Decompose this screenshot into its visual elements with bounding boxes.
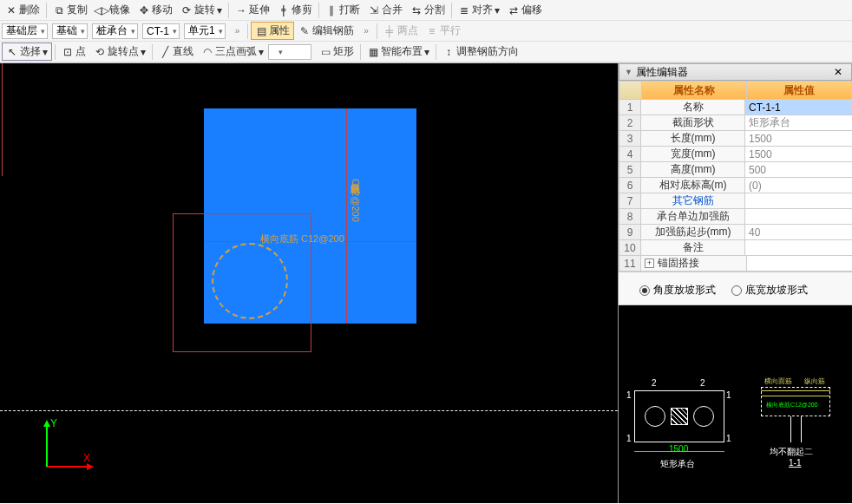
- rect-button[interactable]: ▭矩形: [316, 43, 357, 60]
- align-icon: ≣: [458, 4, 470, 16]
- pv-top-label1: 横向面筋: [764, 376, 792, 386]
- pilecap-dropdown[interactable]: 桩承台▾: [92, 23, 138, 39]
- prop-row[interactable]: 1名称CT-1-1: [619, 100, 852, 115]
- mirror-button[interactable]: ◁▷镜像: [92, 2, 134, 18]
- prop-row[interactable]: 9加强筋起步(mm)40: [619, 225, 852, 240]
- trim-button[interactable]: ǂ修剪: [274, 2, 316, 18]
- prop-row[interactable]: 2截面形状矩形承台: [619, 115, 852, 131]
- twopt-icon: ╪: [383, 25, 396, 37]
- row-val[interactable]: [745, 209, 852, 225]
- row-val[interactable]: [745, 193, 852, 209]
- align-button[interactable]: ≣对齐▾: [455, 2, 503, 18]
- extend-icon: →: [235, 4, 247, 16]
- adjustrebar-button[interactable]: ↕调整钢筋方向: [439, 43, 522, 60]
- rotpoint-button[interactable]: ⟲旋转点▾: [90, 43, 149, 60]
- point-button[interactable]: ⊡点: [58, 43, 89, 60]
- separator: [436, 44, 436, 60]
- pv-rebar-line2: [761, 396, 830, 396]
- row-name: 承台单边加强筋: [641, 209, 745, 225]
- row-val[interactable]: [747, 256, 852, 272]
- prop-row[interactable]: 10备注: [619, 240, 852, 256]
- select-button[interactable]: ↖选择▾: [2, 43, 52, 61]
- ct1-dropdown[interactable]: CT-1▾: [142, 23, 180, 39]
- parallel-icon: ≡: [426, 25, 438, 37]
- separator: [228, 3, 229, 18]
- row-val[interactable]: CT-1-1: [745, 100, 852, 115]
- expand-arrow[interactable]: »: [364, 26, 369, 36]
- cad-canvas[interactable]: 横向底筋 C12@200 纵向底筋 C12@200 X Y: [0, 63, 618, 503]
- row-name-text: 高度(mm): [671, 162, 716, 177]
- prop-icon: ▤: [255, 25, 267, 37]
- chevron-down-icon: ▾: [131, 27, 135, 36]
- rebar-h-label: 横向底筋 C12@200: [260, 232, 344, 245]
- pv-col-line: [790, 416, 791, 442]
- grid-line-h: [0, 410, 618, 411]
- pv-dim-2b: 2: [700, 378, 705, 388]
- row-num: 2: [619, 115, 641, 131]
- layer-dropdown[interactable]: 基础层▾: [2, 23, 48, 39]
- row-name-text: 截面形状: [672, 115, 714, 130]
- row-val[interactable]: (0): [745, 178, 852, 193]
- prop-button[interactable]: ▤属性: [251, 22, 294, 40]
- expand-arrow[interactable]: »: [235, 26, 240, 36]
- point-icon: ⊡: [62, 46, 74, 58]
- arc3pt-label: 三点画弧: [215, 44, 257, 59]
- ct1-label: CT-1: [147, 25, 169, 37]
- svg-marker-3: [43, 420, 50, 427]
- merge-button[interactable]: ⇲合并: [364, 2, 406, 18]
- prop-row[interactable]: 5高度(mm)500: [619, 162, 852, 178]
- extend-button[interactable]: →延伸: [232, 2, 273, 18]
- prop-row[interactable]: 3长度(mm)1500: [619, 131, 852, 147]
- line-button[interactable]: ╱直线: [155, 43, 197, 60]
- chevron-down-icon: ▾: [41, 27, 45, 36]
- rect-icon: ▭: [319, 46, 331, 58]
- row-val[interactable]: 1500: [745, 131, 852, 147]
- row-val[interactable]: 500: [745, 162, 852, 178]
- prop-row[interactable]: 11+锚固搭接: [619, 256, 852, 272]
- arc3pt-button[interactable]: ◠三点画弧▾: [198, 43, 267, 60]
- radio-angle[interactable]: 角度放坡形式: [639, 283, 716, 298]
- merge-label: 合并: [382, 3, 403, 17]
- pilecap-label: 桩承台: [96, 23, 128, 38]
- prop-row[interactable]: 7其它钢筋: [619, 193, 852, 209]
- delete-button[interactable]: ✕删除: [2, 2, 43, 18]
- prop-row[interactable]: 8承台单边加强筋: [619, 209, 852, 225]
- row-val[interactable]: 矩形承台: [745, 115, 852, 131]
- row-num: 10: [619, 240, 641, 256]
- row-name: 加强筋起步(mm): [641, 225, 745, 240]
- copy-button[interactable]: ⧉复制: [49, 2, 91, 18]
- move-button[interactable]: ✥移动: [134, 2, 176, 18]
- split-button[interactable]: ⇆分割: [407, 2, 449, 18]
- row-name-text: 加强筋起步(mm): [655, 225, 731, 239]
- row-num: 7: [619, 193, 641, 209]
- pv-rebar-label: 横向底筋C12@200: [766, 401, 818, 409]
- break-label: 打断: [339, 3, 360, 17]
- unit1-dropdown[interactable]: 单元1▾: [184, 23, 226, 39]
- prop-row[interactable]: 4宽度(mm)1500: [619, 147, 852, 162]
- row-val[interactable]: 40: [745, 225, 852, 240]
- collapse-icon[interactable]: ▼: [625, 68, 632, 76]
- row-num: 4: [619, 147, 641, 162]
- slope-radio-group: 角度放坡形式 底宽放坡形式: [619, 272, 852, 305]
- foundation-dropdown[interactable]: 基础▾: [52, 23, 88, 39]
- break-button[interactable]: ∥打断: [322, 2, 364, 18]
- editrebar-button[interactable]: ✎编辑钢筋: [295, 23, 357, 39]
- offset-label: 偏移: [521, 3, 542, 17]
- mirror-icon: ◁▷: [95, 4, 108, 16]
- row-val[interactable]: 1500: [745, 147, 852, 162]
- tree-toggle[interactable]: +: [645, 259, 654, 268]
- rotate-button[interactable]: ⟳旋转▾: [177, 2, 226, 18]
- offset-button[interactable]: ⇄偏移: [504, 2, 546, 18]
- prop-row[interactable]: 6相对底标高(m)(0): [619, 178, 852, 193]
- pile-circle[interactable]: [212, 243, 288, 319]
- line-icon: ╱: [159, 46, 171, 58]
- close-panel-button[interactable]: ✕: [830, 66, 846, 78]
- row-val[interactable]: [745, 240, 852, 256]
- empty-dropdown[interactable]: ▾: [268, 44, 311, 60]
- radio-width[interactable]: 底宽放坡形式: [731, 283, 808, 298]
- axis-y-label: Y: [50, 417, 57, 429]
- chevron-down-icon: ▾: [43, 46, 48, 58]
- row-name-text: 长度(mm): [671, 131, 716, 146]
- axis-indicator: [35, 415, 104, 484]
- smartlayout-button[interactable]: ▦智能布置▾: [364, 43, 433, 60]
